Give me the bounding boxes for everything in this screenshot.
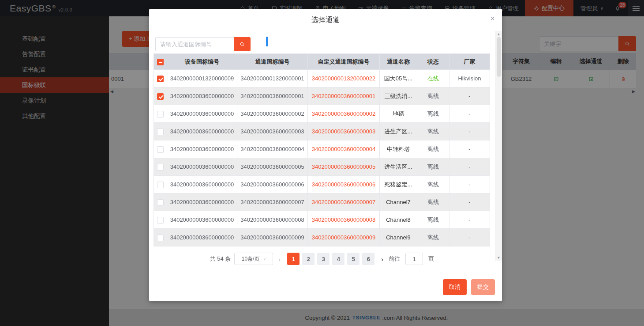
device-id: 34020000003600000000 [167, 140, 237, 158]
row-checkbox[interactable] [157, 182, 164, 188]
channel-id: 34020000003600000004 [237, 140, 308, 158]
channel-id: 34020000003600000006 [237, 176, 308, 193]
vendor: - [449, 87, 490, 105]
custom-channel-id: 34020000003600000004 [308, 140, 380, 158]
search-icon [240, 42, 245, 47]
channel-row: 3402000000360000000034020000003600000004… [154, 140, 490, 158]
row-checkbox[interactable] [157, 93, 164, 100]
status-badge: 离线 [417, 87, 449, 105]
channel-id: 34020000003600000007 [237, 193, 308, 211]
page-button[interactable]: 1 [287, 253, 300, 265]
channel-name: Channel7 [380, 193, 417, 211]
close-icon[interactable]: × [490, 14, 495, 23]
custom-channel-id: 34020000003600000006 [308, 176, 380, 193]
channel-row: 3402000000360000000034020000003600000003… [154, 123, 490, 140]
status-badge: 在线 [417, 70, 449, 87]
channel-name: 国大05号... [380, 70, 417, 87]
select-channel-dialog: 选择通道 × 设备国标编号 通道国标编号 自定义通道国标编号 通道名称 状态 厂… [149, 9, 502, 301]
channel-id: 34020000003600000002 [237, 105, 308, 123]
cancel-button[interactable]: 取消 [443, 279, 467, 295]
status-badge: 离线 [417, 123, 449, 140]
chevron-down-icon: ∨ [263, 257, 266, 261]
scrollbar-thumb[interactable] [497, 37, 501, 77]
custom-channel-id: 34020000001320000022 [308, 70, 380, 87]
channel-row: 3402000000360000000034020000003600000009… [154, 229, 490, 246]
channel-row: 3402000000132000000934020000001320000001… [154, 70, 490, 87]
custom-channel-id: 34020000003600000008 [308, 211, 380, 229]
device-id: 34020000003600000000 [167, 229, 237, 246]
channel-id: 34020000003600000003 [237, 123, 308, 140]
vendor: - [449, 176, 490, 193]
page-button[interactable]: 2 [302, 253, 315, 265]
col-vendor: 厂家 [449, 54, 490, 70]
row-checkbox[interactable] [157, 164, 164, 171]
submit-button[interactable]: 提交 [471, 279, 495, 295]
page-button[interactable]: 4 [332, 253, 344, 265]
device-id: 34020000003600000000 [167, 105, 237, 123]
page-size-select[interactable]: 10条/页 ∨ [234, 253, 273, 265]
scroll-down-icon[interactable]: ▼ [497, 254, 501, 261]
custom-channel-id: 34020000003600000002 [308, 105, 380, 123]
status-badge: 离线 [417, 140, 449, 158]
channel-id: 34020000003600000005 [237, 158, 308, 176]
row-checkbox[interactable] [157, 146, 164, 153]
vendor: - [449, 211, 490, 229]
channel-id: 34020000003600000001 [237, 87, 308, 105]
channel-name: 进生产区... [380, 123, 417, 140]
channel-name: Channel8 [380, 211, 417, 229]
col-status: 状态 [417, 54, 449, 70]
device-id: 34020000003600000000 [167, 158, 237, 176]
channel-name: 地磅 [380, 105, 417, 123]
page-button[interactable]: 3 [317, 253, 329, 265]
channel-name: 中转料塔 [380, 140, 417, 158]
channel-search-button[interactable] [234, 37, 251, 51]
status-badge: 离线 [417, 211, 449, 229]
status-badge: 离线 [417, 105, 449, 123]
row-checkbox[interactable] [157, 129, 164, 135]
channel-search-input[interactable] [155, 37, 234, 51]
channel-table: 设备国标编号 通道国标编号 自定义通道国标编号 通道名称 状态 厂家 34020… [154, 53, 490, 246]
row-checkbox[interactable] [157, 76, 164, 82]
status-badge: 离线 [417, 176, 449, 193]
device-id: 34020000003600000000 [167, 211, 237, 229]
channel-name: 三级洗消... [380, 87, 417, 105]
prev-page-button[interactable]: ‹ [277, 255, 282, 263]
row-checkbox[interactable] [157, 199, 164, 206]
channel-id: 34020000003600000008 [237, 211, 308, 229]
status-badge: 离线 [417, 193, 449, 211]
device-id: 34020000001320000009 [167, 70, 237, 87]
channel-row: 3402000000360000000034020000003600000007… [154, 193, 490, 211]
select-all-checkbox[interactable] [157, 59, 164, 65]
device-id: 34020000003600000000 [167, 123, 237, 140]
next-page-button[interactable]: › [379, 255, 385, 263]
row-checkbox[interactable] [157, 111, 164, 118]
vendor: - [449, 158, 490, 176]
page-button[interactable]: 5 [347, 253, 359, 265]
custom-channel-id: 34020000003600000003 [308, 123, 380, 140]
channel-name: Channel9 [380, 229, 417, 246]
custom-channel-id: 34020000003600000007 [308, 193, 380, 211]
vendor: - [449, 105, 490, 123]
device-id: 34020000003600000000 [167, 176, 237, 193]
col-custom-channel-id: 自定义通道国标编号 [308, 54, 380, 70]
status-badge: 离线 [417, 229, 449, 246]
row-checkbox[interactable] [157, 235, 164, 241]
dialog-title: 选择通道 [149, 9, 502, 25]
channel-name: 进生活区... [380, 158, 417, 176]
table-header-row: 设备国标编号 通道国标编号 自定义通道国标编号 通道名称 状态 厂家 [154, 54, 490, 70]
vendor: - [449, 123, 490, 140]
goto-page-input[interactable] [405, 253, 423, 265]
device-id: 34020000003600000000 [167, 87, 237, 105]
row-checkbox[interactable] [157, 217, 164, 224]
vendor: - [449, 193, 490, 211]
channel-row: 3402000000360000000034020000003600000005… [154, 158, 490, 176]
vertical-scrollbar[interactable]: ▲ ▼ [495, 31, 502, 261]
vendor: - [449, 140, 490, 158]
custom-channel-id: 34020000003600000009 [308, 229, 380, 246]
page-button[interactable]: 6 [362, 253, 374, 265]
scroll-up-icon[interactable]: ▲ [497, 31, 501, 37]
channel-row: 3402000000360000000034020000003600000006… [154, 176, 490, 193]
channel-row: 3402000000360000000034020000003600000001… [154, 87, 490, 105]
text-caret [266, 37, 268, 46]
col-channel-name: 通道名称 [380, 54, 417, 70]
